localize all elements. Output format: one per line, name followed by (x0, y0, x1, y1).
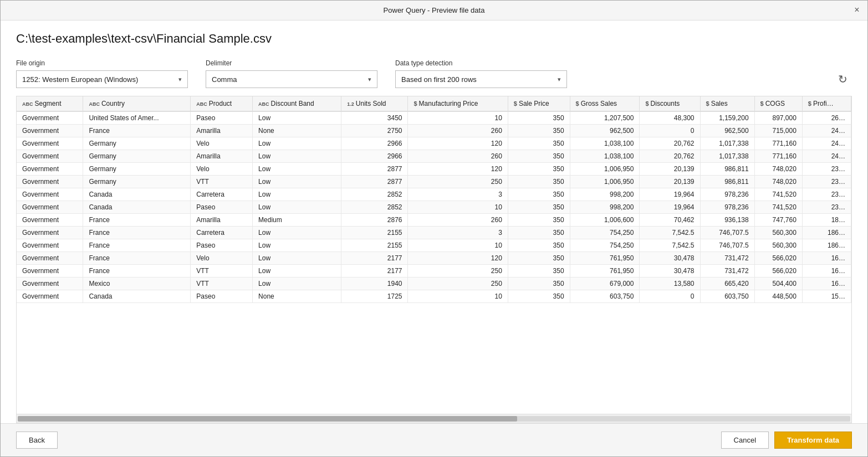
table-cell: 986,811 (700, 163, 754, 176)
h-scrollbar-track[interactable] (18, 416, 850, 422)
table-cell: 10 (408, 111, 508, 125)
table-cell: 23… (802, 163, 851, 176)
horizontal-scrollbar[interactable] (17, 414, 851, 423)
file-origin-chevron-icon: ▾ (178, 76, 182, 83)
delimiter-label: Delimiter (206, 59, 377, 67)
table-cell: 350 (508, 214, 570, 227)
table-cell: 3 (408, 227, 508, 239)
table-cell: 15… (802, 290, 851, 303)
table-cell: 23… (802, 201, 851, 214)
table-cell: 771,160 (754, 137, 802, 150)
table-cell: Amarilla (191, 150, 253, 163)
delimiter-chevron-icon: ▾ (368, 76, 371, 83)
table-cell: France (83, 239, 191, 252)
table-cell: 7,542.5 (640, 227, 700, 239)
col-header-discounts: $Discounts (640, 96, 700, 111)
table-cell: 2155 (341, 239, 408, 252)
file-origin-select[interactable]: 1252: Western European (Windows) ▾ (16, 70, 188, 88)
table-cell: 16… (802, 278, 851, 290)
table-cell: Low (253, 137, 341, 150)
delimiter-select[interactable]: Comma ▾ (206, 70, 377, 88)
table-cell: 998,200 (570, 188, 640, 201)
table-row: GovernmentFranceAmarillaMedium2876260350… (17, 214, 851, 227)
table-cell: Paseo (191, 111, 253, 125)
table-cell: Paseo (191, 239, 253, 252)
table-cell: 962,500 (700, 125, 754, 137)
table-row: GovernmentCanadaPaseoNone172510350603,75… (17, 290, 851, 303)
table-cell: Government (17, 201, 83, 214)
table-cell: 20,762 (640, 150, 700, 163)
data-type-select[interactable]: Based on first 200 rows ▾ (395, 70, 567, 88)
col-header-sales: $Sales (700, 96, 754, 111)
table-cell: 448,500 (754, 290, 802, 303)
table-cell: Velo (191, 137, 253, 150)
table-cell: Government (17, 188, 83, 201)
table-cell: 3450 (341, 111, 408, 125)
table-cell: Paseo (191, 290, 253, 303)
table-cell: 120 (408, 137, 508, 150)
table-cell: Canada (83, 201, 191, 214)
table-cell: 897,000 (754, 111, 802, 125)
table-cell: 260 (408, 125, 508, 137)
table-cell: 1,038,100 (570, 137, 640, 150)
table-cell: 731,472 (700, 252, 754, 265)
table-cell: 350 (508, 137, 570, 150)
table-cell: Velo (191, 163, 253, 176)
table-cell: 350 (508, 176, 570, 188)
close-button[interactable]: × (851, 4, 863, 16)
table-cell: 1940 (341, 278, 408, 290)
table-cell: Low (253, 278, 341, 290)
table-cell: 1,006,950 (570, 163, 640, 176)
table-cell: 2177 (341, 265, 408, 278)
table-cell: 186… (802, 239, 851, 252)
refresh-button[interactable]: ↻ (834, 70, 852, 88)
table-cell: 2966 (341, 150, 408, 163)
table-cell: Government (17, 137, 83, 150)
cancel-button[interactable]: Cancel (721, 432, 769, 449)
table-cell: 998,200 (570, 201, 640, 214)
table-cell: VTT (191, 265, 253, 278)
table-cell: Low (253, 265, 341, 278)
data-type-label: Data type detection (395, 59, 567, 67)
table-cell: France (83, 227, 191, 239)
table-header-row: ABCSegmentABCCountryABCProductABCDiscoun… (17, 96, 851, 111)
table-cell: 10 (408, 201, 508, 214)
table-cell: 30,478 (640, 252, 700, 265)
table-cell: United States of Amer... (83, 111, 191, 125)
table-cell: Low (253, 239, 341, 252)
table-cell: Germany (83, 176, 191, 188)
h-scrollbar-thumb[interactable] (18, 416, 517, 422)
data-type-group: Data type detection Based on first 200 r… (395, 59, 567, 88)
table-cell: 24… (802, 137, 851, 150)
table-cell: 986,811 (700, 176, 754, 188)
table-cell: 978,236 (700, 201, 754, 214)
table-cell: Low (253, 252, 341, 265)
file-origin-group: File origin 1252: Western European (Wind… (16, 59, 188, 88)
table-cell: France (83, 214, 191, 227)
footer-right: Cancel Transform data (721, 432, 852, 449)
data-table-container: ABCSegmentABCCountryABCProductABCDiscoun… (16, 96, 852, 423)
delimiter-value: Comma (212, 75, 364, 84)
table-cell: 186… (802, 227, 851, 239)
table-cell: 70,462 (640, 214, 700, 227)
table-cell: Germany (83, 137, 191, 150)
table-cell: 26… (802, 111, 851, 125)
table-cell: Carretera (191, 227, 253, 239)
transform-data-button[interactable]: Transform data (774, 432, 852, 449)
table-cell: 250 (408, 265, 508, 278)
col-header-profi: $Profi… (802, 96, 851, 111)
table-cell: 350 (508, 252, 570, 265)
table-cell: Mexico (83, 278, 191, 290)
table-cell: VTT (191, 176, 253, 188)
table-cell: 23… (802, 176, 851, 188)
table-cell: 260 (408, 150, 508, 163)
col-header-cogs: $COGS (754, 96, 802, 111)
table-cell: 13,580 (640, 278, 700, 290)
col-header-discountband: ABCDiscount Band (253, 96, 341, 111)
table-cell: 603,750 (570, 290, 640, 303)
table-cell: 1,038,100 (570, 150, 640, 163)
table-cell: 2877 (341, 163, 408, 176)
table-cell: Government (17, 252, 83, 265)
table-wrapper[interactable]: ABCSegmentABCCountryABCProductABCDiscoun… (17, 96, 851, 414)
back-button[interactable]: Back (16, 432, 58, 449)
